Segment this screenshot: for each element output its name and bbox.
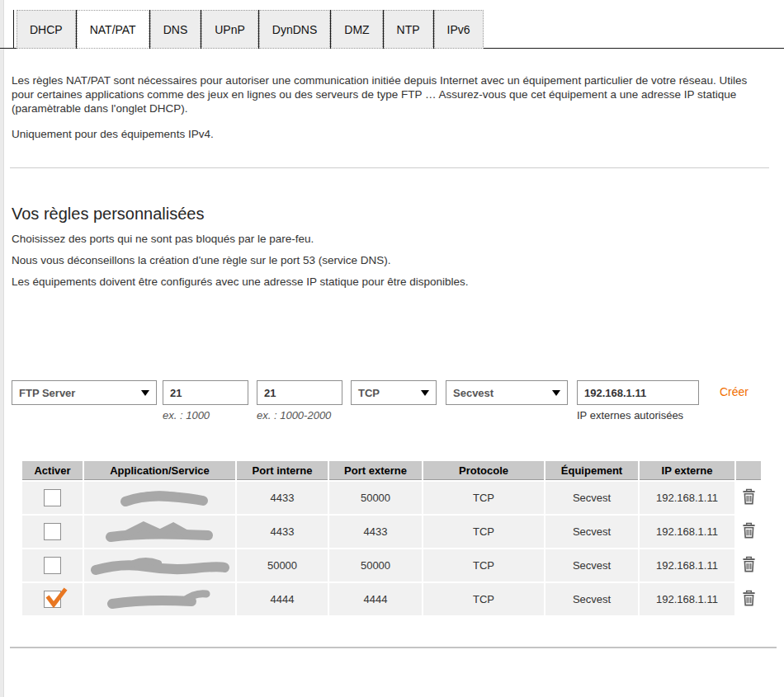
application-cell (84, 583, 235, 615)
tab-separator (433, 10, 434, 49)
tab-label: DMZ (344, 23, 369, 36)
section-divider-bottom (10, 647, 777, 648)
protocole-cell: TCP (423, 482, 544, 514)
rules-table-body: 4433 50000 TCP Secvest 192.168.1.11 (22, 482, 761, 615)
tab-label: DNS (163, 23, 188, 36)
section-title: Vos règles personnalisées (12, 205, 784, 224)
rules-table-header: Activer Application/Service Port interne… (22, 461, 761, 480)
enable-checkbox[interactable] (44, 489, 61, 506)
nat-pat-settings-page: DHCP NAT/PAT DNS UPnP DynDNS DMZ NTP IPv… (0, 10, 784, 648)
equipement-cell: Secvest (545, 583, 638, 615)
port-interne-cell: 50000 (237, 549, 328, 582)
col-application-service: Application/Service (84, 461, 235, 480)
ip-externe-cell: 192.168.1.11 (640, 549, 734, 582)
external-port-value: 21 (264, 387, 276, 399)
col-protocole: Protocole (423, 461, 544, 480)
table-row: 50000 50000 TCP Secvest 192.168.1.11 (22, 549, 761, 582)
enable-cell (22, 482, 83, 514)
tab-label: DynDNS (272, 23, 317, 36)
port-interne-cell: 4444 (237, 583, 328, 615)
equipement-cell: Secvest (545, 516, 638, 548)
internal-port-input[interactable]: 21 (163, 380, 248, 405)
ip-externe-cell: 192.168.1.11 (640, 583, 734, 615)
port-interne-cell: 4433 (237, 482, 328, 514)
col-activer: Activer (22, 461, 83, 480)
enable-checkbox[interactable] (44, 591, 61, 608)
tab-ntp[interactable]: NTP (384, 10, 433, 49)
internal-port-value: 21 (170, 387, 182, 399)
tab-separator (201, 10, 201, 49)
enable-cell (22, 549, 83, 582)
tab-upnp[interactable]: UPnP (201, 10, 258, 49)
col-ip-externe: IP externe (640, 461, 734, 480)
enable-checkbox[interactable] (44, 523, 61, 540)
delete-cell (736, 583, 761, 615)
tab-label: DHCP (30, 23, 63, 36)
tab-dhcp[interactable]: DHCP (17, 10, 76, 49)
create-rule-button[interactable]: Créer (720, 385, 749, 398)
ip-externe-cell: 192.168.1.11 (640, 516, 734, 548)
tab-nat-pat[interactable]: NAT/PAT (77, 10, 149, 49)
chevron-down-icon (421, 390, 429, 396)
ipv4-only-note: Uniquement pour des équipements IPv4. (12, 128, 784, 140)
tab-dmz[interactable]: DMZ (331, 10, 382, 49)
delete-cell (736, 482, 761, 514)
col-delete (736, 461, 761, 480)
redacted-application-name (86, 553, 234, 578)
section-divider-top (10, 167, 769, 168)
tab-bar-left-wall (13, 10, 14, 49)
delete-rule-button[interactable] (740, 554, 758, 577)
external-port-input[interactable]: 21 (257, 380, 342, 405)
device-select[interactable]: Secvest (446, 380, 568, 405)
port-externe-cell: 50000 (329, 549, 422, 582)
col-port-interne: Port interne (237, 461, 328, 480)
tab-separator (383, 10, 384, 49)
protocole-cell: TCP (423, 583, 544, 615)
external-ip-value: 192.168.1.11 (584, 387, 646, 399)
tab-label: IPv6 (447, 23, 470, 36)
application-select[interactable]: FTP Server (12, 380, 157, 405)
rules-table: Activer Application/Service Port interne… (21, 459, 763, 617)
external-ip-input[interactable]: 192.168.1.11 (577, 380, 699, 405)
trash-icon (742, 590, 756, 606)
tab-dyndns[interactable]: DynDNS (259, 10, 330, 49)
protocole-cell: TCP (423, 549, 544, 582)
protocol-select[interactable]: TCP (351, 380, 437, 405)
delete-cell (736, 516, 761, 548)
enable-checkbox[interactable] (44, 557, 61, 574)
protocol-select-value: TCP (358, 387, 380, 399)
trash-icon (742, 522, 756, 539)
redacted-application-name (86, 587, 234, 612)
application-cell (84, 549, 235, 582)
device-select-value: Secvest (453, 387, 494, 399)
application-select-value: FTP Server (19, 387, 75, 399)
delete-rule-button[interactable] (740, 520, 758, 543)
redacted-application-name (86, 520, 234, 544)
delete-rule-button[interactable] (740, 487, 758, 509)
firewall-ports-note: Choisissez des ports qui ne sont pas blo… (12, 233, 784, 245)
external-port-hint: ex. : 1000-2000 (257, 409, 342, 421)
chevron-down-icon (552, 390, 560, 396)
enable-cell (22, 516, 83, 548)
trash-icon (742, 556, 756, 572)
port-externe-cell: 4444 (329, 583, 422, 615)
delete-rule-button[interactable] (740, 588, 758, 610)
equipement-cell: Secvest (545, 549, 638, 582)
tab-dns[interactable]: DNS (150, 10, 201, 49)
table-row: 4433 50000 TCP Secvest 192.168.1.11 (22, 482, 761, 514)
application-cell (84, 482, 235, 514)
port-externe-cell: 4433 (329, 516, 422, 548)
protocole-cell: TCP (423, 516, 544, 548)
table-row: 4433 4433 TCP Secvest 192.168.1.11 (22, 516, 761, 548)
tab-ipv6[interactable]: IPv6 (434, 10, 484, 49)
enable-cell (22, 583, 83, 615)
tab-separator (258, 10, 259, 49)
tab-bar: DHCP NAT/PAT DNS UPnP DynDNS DMZ NTP IPv… (12, 10, 784, 49)
internal-port-hint: ex. : 1000 (163, 409, 248, 421)
trash-icon (742, 488, 756, 505)
tab-separator (149, 10, 150, 49)
tab-label: UPnP (215, 23, 245, 36)
port-interne-cell: 4433 (237, 516, 328, 548)
application-cell (84, 516, 235, 548)
delete-cell (736, 549, 761, 582)
